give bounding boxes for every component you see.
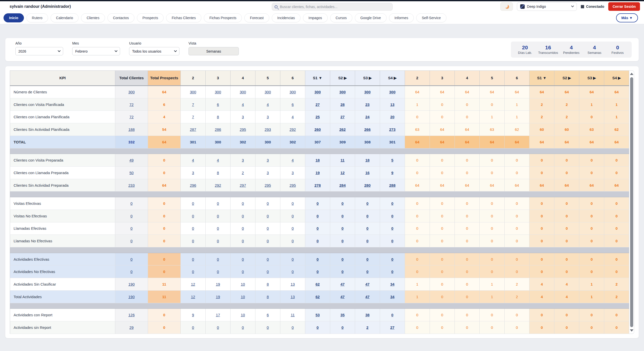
value-link-cell[interactable]: 0 [206, 253, 231, 265]
nav-tab-contactos[interactable]: Contactos [107, 13, 134, 22]
year-select[interactable]: 2026 [15, 47, 63, 55]
value-link-cell[interactable]: 9 [181, 309, 206, 321]
value-link-cell[interactable]: 2 [355, 321, 380, 334]
value-link-cell[interactable]: 0 [231, 265, 255, 278]
value-link-cell[interactable]: 2 [231, 167, 255, 179]
value-link-cell[interactable]: 273 [380, 123, 405, 136]
value-link-cell[interactable]: 12 [181, 278, 206, 291]
value-link-cell[interactable]: 292 [280, 123, 305, 136]
value-link-cell[interactable]: 288 [380, 179, 405, 191]
value-link-cell[interactable]: 18 [305, 154, 330, 167]
value-link-cell[interactable]: 0 [330, 210, 355, 222]
value-link-cell[interactable]: 233 [115, 179, 148, 191]
value-link-cell[interactable]: 0 [355, 265, 380, 278]
value-link-cell[interactable]: 3 [255, 167, 280, 179]
value-link-cell[interactable]: 24 [355, 111, 380, 123]
value-link-cell[interactable]: 297 [231, 179, 255, 191]
value-link-cell[interactable]: 0 [206, 321, 231, 334]
value-link-cell[interactable]: 278 [305, 179, 330, 191]
value-link-cell[interactable]: 18 [355, 154, 380, 167]
value-link-cell[interactable]: 0 [115, 265, 148, 278]
value-link-cell[interactable]: 3 [255, 111, 280, 123]
value-link-cell[interactable]: 0 [280, 210, 305, 222]
value-link-cell[interactable]: 0 [280, 321, 305, 334]
value-link-cell[interactable]: 0 [255, 210, 280, 222]
value-link-cell[interactable]: 0 [305, 222, 330, 235]
value-link-cell[interactable]: 0 [355, 253, 380, 265]
view-weeks-button[interactable]: Semanas [188, 47, 239, 55]
value-link-cell[interactable]: 0 [231, 235, 255, 247]
value-link-cell[interactable]: 19 [305, 167, 330, 179]
value-link-cell[interactable]: 260 [305, 123, 330, 136]
value-link-cell[interactable]: 296 [181, 179, 206, 191]
value-link-cell[interactable]: 0 [305, 321, 330, 334]
value-link-cell[interactable]: 0 [380, 253, 405, 265]
value-link-cell[interactable]: 6 [280, 98, 305, 111]
nav-tab-impagos[interactable]: Impagos [303, 13, 328, 22]
value-link-cell[interactable]: 47 [330, 290, 355, 303]
value-link-cell[interactable]: 62 [305, 290, 330, 303]
value-link-cell[interactable]: 16 [355, 167, 380, 179]
value-link-cell[interactable]: 0 [380, 222, 405, 235]
value-link-cell[interactable]: 0 [355, 235, 380, 247]
value-link-cell[interactable]: 300 [231, 86, 255, 98]
value-link-cell[interactable]: 0 [206, 235, 231, 247]
nav-tab-incidencias[interactable]: Incidencias [272, 13, 300, 22]
value-link-cell[interactable]: 300 [330, 86, 355, 98]
value-link-cell[interactable]: 0 [280, 253, 305, 265]
value-link-cell[interactable]: 25 [305, 111, 330, 123]
value-link-cell[interactable]: 3 [255, 154, 280, 167]
value-link-cell[interactable]: 190 [115, 278, 148, 291]
value-link-cell[interactable]: 10 [231, 309, 255, 321]
value-link-cell[interactable]: 0 [255, 253, 280, 265]
value-link-cell[interactable]: 0 [181, 222, 206, 235]
nav-tab-rutero[interactable]: Rutero [26, 13, 48, 22]
value-link-cell[interactable]: 280 [355, 179, 380, 191]
scroll-up-icon[interactable] [630, 73, 633, 75]
value-link-cell[interactable]: 293 [255, 123, 280, 136]
value-link-cell[interactable]: 12 [181, 290, 206, 303]
logout-button[interactable]: Cerrar Sesión [608, 2, 640, 11]
value-link-cell[interactable]: 0 [330, 253, 355, 265]
week-column-header[interactable]: S4 ▶ [604, 71, 629, 86]
value-link-cell[interactable]: 7 [181, 98, 206, 111]
value-link-cell[interactable]: 3 [280, 167, 305, 179]
value-link-cell[interactable]: 0 [115, 197, 148, 210]
value-link-cell[interactable]: 0 [115, 253, 148, 265]
nav-tab-google-drive[interactable]: Google Drive [355, 13, 387, 22]
dark-mode-button[interactable] [500, 2, 513, 11]
value-link-cell[interactable]: 300 [206, 86, 231, 98]
value-link-cell[interactable]: 0 [330, 321, 355, 334]
value-link-cell[interactable]: 29 [115, 321, 148, 334]
value-link-cell[interactable]: 8 [255, 290, 280, 303]
value-link-cell[interactable]: 47 [355, 278, 380, 291]
value-link-cell[interactable]: 5 [380, 154, 405, 167]
value-link-cell[interactable]: 295 [255, 179, 280, 191]
value-link-cell[interactable]: 6 [206, 98, 231, 111]
week-column-header[interactable]: S2 ▶ [330, 71, 355, 86]
value-link-cell[interactable]: 6 [255, 309, 280, 321]
value-link-cell[interactable]: 0 [380, 309, 405, 321]
week-column-header[interactable]: S2 ▶ [554, 71, 579, 86]
week-column-header[interactable]: S4 ▶ [380, 71, 405, 86]
nav-tab-clientes[interactable]: Clientes [81, 13, 105, 22]
value-link-cell[interactable]: 0 [206, 222, 231, 235]
nav-tab-cursos[interactable]: Cursos [330, 13, 352, 22]
value-link-cell[interactable]: 13 [280, 290, 305, 303]
value-link-cell[interactable]: 0 [330, 265, 355, 278]
week-column-header[interactable]: S1 ▼ [305, 71, 330, 86]
value-link-cell[interactable]: 4 [280, 154, 305, 167]
value-link-cell[interactable]: 0 [231, 321, 255, 334]
value-link-cell[interactable]: 3 [181, 167, 206, 179]
value-link-cell[interactable]: 8 [255, 278, 280, 291]
value-link-cell[interactable]: 0 [255, 321, 280, 334]
value-link-cell[interactable]: 0 [355, 222, 380, 235]
value-link-cell[interactable]: 284 [330, 179, 355, 191]
value-link-cell[interactable]: 0 [181, 253, 206, 265]
value-link-cell[interactable]: 0 [181, 235, 206, 247]
nav-tab-informes[interactable]: Informes [389, 13, 414, 22]
user-select[interactable]: Todos los usuarios [129, 47, 179, 55]
value-link-cell[interactable]: 0 [380, 210, 405, 222]
value-link-cell[interactable]: 17 [206, 309, 231, 321]
value-link-cell[interactable]: 0 [305, 197, 330, 210]
